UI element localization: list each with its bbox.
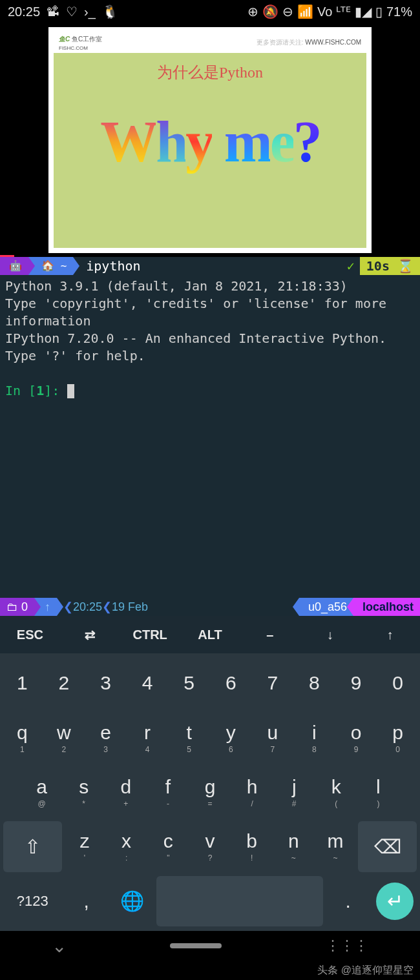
kb-row-zxcv: ⇧ z'x:c"v?b!n~m~ ⌫ (1, 819, 419, 873)
key-y[interactable]: y6 (212, 712, 250, 762)
key-c[interactable]: c" (149, 821, 187, 872)
down-key[interactable]: ↓ (300, 628, 360, 642)
slide-main-text: Why me? (100, 108, 320, 175)
key-5[interactable]: 5 (170, 658, 208, 708)
slide: 鱼C 鱼C工作室 FISHC.COM 更多资源请关注: WWW.FISHC.CO… (48, 27, 372, 253)
key-4[interactable]: 4 (129, 658, 167, 708)
nav-back[interactable]: ⌄ (52, 935, 67, 957)
symbols-key[interactable]: ?123 (3, 876, 61, 926)
slide-logo: 鱼C 鱼C工作室 FISHC.COM (59, 35, 102, 51)
key-u[interactable]: u7 (254, 712, 292, 762)
terminal-statusline: 🗀 0 ↑ ❮ 20:25 ❮ 19 Feb u0_a56 localhost (0, 598, 420, 616)
kb-row-bottom: ?123 , 🌐 . ↵ (1, 874, 419, 928)
video-player[interactable]: 鱼C 鱼C工作室 FISHC.COM 更多资源请关注: WWW.FISHC.CO… (0, 23, 420, 257)
slide-title: 为什么是Python (157, 62, 263, 83)
key-3[interactable]: 3 (87, 658, 125, 708)
key-h[interactable]: h/ (233, 767, 271, 817)
cursor (67, 384, 74, 398)
key-6[interactable]: 6 (212, 658, 250, 708)
enter-key[interactable]: ↵ (376, 883, 414, 920)
terminal-line: Type 'copyright', 'credits' or 'license'… (5, 295, 415, 330)
mute-icon: 🔕 (262, 4, 278, 19)
volte-icon: Vo ᴸᵀᴱ (317, 4, 351, 19)
terminal-output: Python 3.9.1 (default, Jan 8 2021, 21:18… (0, 275, 420, 402)
key-0[interactable]: 0 (379, 658, 417, 708)
key-s[interactable]: s* (65, 767, 103, 817)
slide-url: 更多资源请关注: WWW.FISHC.COM (257, 38, 361, 47)
globe-key[interactable]: 🌐 (111, 876, 153, 926)
key-m[interactable]: m~ (317, 821, 355, 872)
qq-icon: 🐧 (102, 4, 118, 19)
key-g[interactable]: g= (191, 767, 229, 817)
key-l[interactable]: l) (359, 767, 397, 817)
check-icon: ✓ (347, 258, 355, 275)
key-1[interactable]: 1 (3, 658, 41, 708)
home-tab[interactable]: 🏠 ~ (28, 257, 73, 275)
comma-key[interactable]: , (65, 876, 107, 926)
key-t[interactable]: t5 (170, 712, 208, 762)
key-k[interactable]: k( (317, 767, 355, 817)
nav-recent[interactable]: ⋮⋮⋮ (326, 937, 368, 954)
ctrl-key[interactable]: CTRL (120, 628, 180, 642)
terminal-title: ipython (73, 258, 140, 275)
key-d[interactable]: d+ (107, 767, 145, 817)
key-v[interactable]: v? (191, 821, 229, 872)
dash-key[interactable]: – (240, 628, 300, 642)
heart-icon: ♡ (66, 4, 78, 19)
status-time: 20:25 (8, 5, 40, 19)
key-n[interactable]: n~ (275, 821, 313, 872)
key-r[interactable]: r4 (129, 712, 167, 762)
kb-row-qwerty: q1w2e3r4t5y6u7i8o9p0 (1, 710, 419, 764)
key-b[interactable]: b! (233, 821, 271, 872)
nav-bar: ⌄ ⋮⋮⋮ (0, 930, 420, 962)
android-icon: 🤖 (0, 257, 28, 275)
terminal-line: IPython 7.20.0 -- An enhanced Interactiv… (5, 330, 415, 365)
key-o[interactable]: o9 (337, 712, 375, 762)
shift-key[interactable]: ⇧ (3, 821, 62, 872)
key-e[interactable]: e3 (87, 712, 125, 762)
key-9[interactable]: 9 (337, 658, 375, 708)
terminal-line: Python 3.9.1 (default, Jan 8 2021, 21:18… (5, 278, 415, 295)
dnd-icon: ⊖ (282, 4, 293, 19)
user-segment: u0_a56 (299, 598, 353, 616)
nav-home[interactable] (170, 943, 222, 948)
esc-key[interactable]: ESC (0, 628, 60, 642)
watermark: 头条 @追逐仰望星空 (317, 964, 414, 977)
key-j[interactable]: j# (275, 767, 313, 817)
time-segment: ❮ 20:25 ❮ 19 Feb (57, 598, 299, 616)
terminal-prompt: In [1]: (5, 383, 67, 398)
key-x[interactable]: x: (107, 821, 145, 872)
key-a[interactable]: a@ (23, 767, 61, 817)
timer-badge: 10s ⌛ (360, 257, 420, 275)
key-7[interactable]: 7 (254, 658, 292, 708)
key-i[interactable]: i8 (295, 712, 333, 762)
period-key[interactable]: . (327, 876, 369, 926)
host-segment: localhost (353, 598, 420, 616)
signal-icon: ▮◢ (355, 4, 372, 19)
battery-icon: ▯ (375, 4, 383, 19)
kb-row-asdf: a@s*d+f-g=h/j#k(l) (1, 765, 419, 819)
extra-keys-toolbar: ESC ⇄ CTRL ALT – ↓ ↑ (0, 616, 420, 653)
key-2[interactable]: 2 (45, 658, 83, 708)
terminal-icon: ›_ (84, 5, 96, 19)
kb-row-numbers: 1234567890 (1, 656, 419, 710)
tab-key[interactable]: ⇄ (60, 627, 120, 642)
alt-key[interactable]: ALT (180, 628, 240, 642)
key-w[interactable]: w2 (45, 712, 83, 762)
disk-segment: 🗀 0 (0, 598, 34, 616)
key-p[interactable]: p0 (379, 712, 417, 762)
status-icon: 📽 (47, 5, 59, 19)
soft-keyboard: 1234567890 q1w2e3r4t5y6u7i8o9p0 a@s*d+f-… (0, 653, 420, 931)
space-key[interactable] (156, 876, 323, 926)
key-f[interactable]: f- (149, 767, 187, 817)
key-z[interactable]: z' (66, 821, 104, 872)
terminal-tabs: 🤖 🏠 ~ ipython ✓ 10s ⌛ (0, 257, 420, 275)
key-q[interactable]: q1 (3, 712, 41, 762)
wifi-icon: 📶 (297, 4, 313, 19)
up-key[interactable]: ↑ (360, 628, 420, 642)
status-bar: 20:25 📽 ♡ ›_ 🐧 ⊕ 🔕 ⊖ 📶 Vo ᴸᵀᴱ ▮◢ ▯ 71% (0, 0, 420, 23)
terminal[interactable]: 🤖 🏠 ~ ipython ✓ 10s ⌛ Python 3.9.1 (defa… (0, 257, 420, 598)
backspace-key[interactable]: ⌫ (358, 821, 417, 872)
key-8[interactable]: 8 (295, 658, 333, 708)
alarm-add-icon: ⊕ (247, 4, 258, 19)
